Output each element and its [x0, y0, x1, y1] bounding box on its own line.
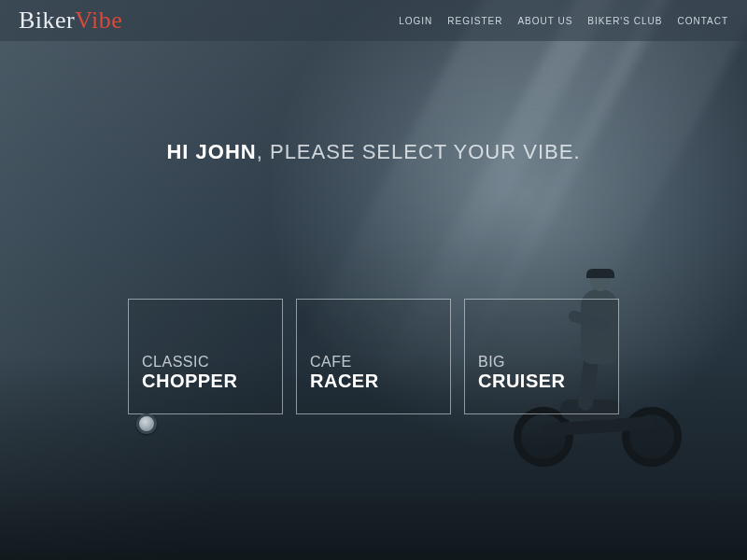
- card-line1: BIG: [478, 354, 605, 371]
- logo[interactable]: BikerVibe: [19, 7, 122, 35]
- nav-register[interactable]: REGISTER: [447, 16, 502, 26]
- nav-about[interactable]: ABOUT US: [517, 16, 572, 26]
- vibe-cards: CLASSIC CHOPPER CAFE RACER BIG CRUISER: [0, 299, 747, 414]
- palette-chip-icon[interactable]: [136, 413, 157, 434]
- header: BikerVibe LOGIN REGISTER ABOUT US BIKER'…: [0, 0, 747, 41]
- headline: HI JOHN, PLEASE SELECT YOUR VIBE.: [0, 140, 747, 164]
- nav-contact[interactable]: CONTACT: [677, 16, 728, 26]
- card-big-cruiser[interactable]: BIG CRUISER: [464, 299, 619, 414]
- card-line2: CRUISER: [478, 371, 605, 392]
- card-line2: RACER: [310, 371, 437, 392]
- nav-login[interactable]: LOGIN: [399, 16, 432, 26]
- card-line1: CAFE: [310, 354, 437, 371]
- logo-part1: Biker: [19, 7, 75, 34]
- nav-club[interactable]: BIKER'S CLUB: [587, 16, 662, 26]
- card-classic-chopper[interactable]: CLASSIC CHOPPER: [128, 299, 283, 414]
- hero-background: BikerVibe LOGIN REGISTER ABOUT US BIKER'…: [0, 0, 747, 560]
- headline-rest: , PLEASE SELECT YOUR VIBE.: [257, 140, 581, 163]
- main-nav: LOGIN REGISTER ABOUT US BIKER'S CLUB CON…: [399, 16, 728, 26]
- logo-part2: Vibe: [75, 7, 122, 34]
- card-line1: CLASSIC: [142, 354, 269, 371]
- card-cafe-racer[interactable]: CAFE RACER: [296, 299, 451, 414]
- card-line2: CHOPPER: [142, 371, 269, 392]
- headline-greeting: HI JOHN: [166, 140, 256, 163]
